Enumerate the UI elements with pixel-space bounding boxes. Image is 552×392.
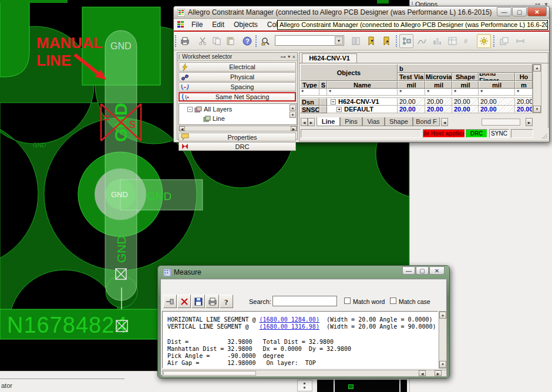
find-icon[interactable]	[258, 34, 272, 48]
link-icon[interactable]	[513, 34, 527, 48]
close-button[interactable]: ✕	[527, 7, 547, 16]
ws-item-spacing[interactable]: Spacing	[179, 82, 296, 92]
cascade-icon[interactable]	[497, 34, 511, 48]
col-header-test-via[interactable]: Test Via	[398, 73, 425, 81]
row-name-cell[interactable]: + DEFAULT	[327, 106, 398, 113]
paste-icon[interactable]	[224, 34, 238, 48]
toolbar-grip[interactable]	[493, 35, 495, 47]
help-icon[interactable]: ?	[240, 34, 254, 48]
tree-expand-icon[interactable]: −	[187, 107, 193, 112]
panel-grip[interactable]	[179, 55, 180, 59]
audit-icon[interactable]	[430, 34, 444, 48]
chevron-down-icon[interactable]: ▼	[287, 55, 291, 59]
scroll-up-icon[interactable]: ▲	[533, 65, 541, 72]
coordinate-link[interactable]: (1680.00 1316.98)	[260, 323, 319, 330]
highlight-icon[interactable]	[477, 34, 491, 48]
col-header-s[interactable]: S	[319, 81, 327, 89]
menu-file[interactable]: File	[187, 19, 207, 30]
toolbar-grip[interactable]	[396, 35, 398, 47]
tree-scroll-down-icon[interactable]: ▼	[290, 111, 296, 118]
worksheet-selector-header[interactable]: Worksheet selector ⊶ ▼ ×	[177, 53, 297, 61]
tab-line[interactable]: Line	[317, 117, 340, 126]
scroll-down-icon[interactable]: ▼	[533, 106, 541, 113]
tabs-scroll-left2-icon[interactable]: ◀	[441, 118, 448, 126]
col-header-type[interactable]: Type	[300, 81, 319, 89]
column-filter-icon[interactable]	[349, 34, 363, 48]
delete-icon[interactable]	[177, 295, 191, 308]
scroll-down-icon[interactable]: ▼	[439, 361, 446, 368]
row-name-cell[interactable]: − H624-CNV-V1	[327, 98, 398, 106]
tree-node-all-layers[interactable]: − All Layers	[187, 106, 232, 113]
filter-cell[interactable]: *	[327, 89, 398, 96]
tab-vias[interactable]: Vias	[362, 117, 385, 126]
value-cell[interactable]: 20.00	[515, 98, 533, 106]
print-icon[interactable]	[178, 34, 192, 48]
measure-hscrollbar[interactable]: ◀ ▶	[162, 370, 447, 377]
combo-dropdown-icon[interactable]: ▼	[335, 36, 343, 45]
match-case-checkbox[interactable]	[390, 298, 396, 304]
cut-icon[interactable]	[196, 34, 210, 48]
filter-cell[interactable]: *	[452, 89, 479, 96]
bookmark-next-icon[interactable]: ▼	[364, 34, 378, 48]
filter-cell[interactable]	[319, 89, 327, 96]
value-cell[interactable]: 20.00	[425, 106, 452, 113]
col-header-shape[interactable]: Shape	[452, 73, 479, 81]
expand-icon[interactable]: +	[336, 107, 342, 112]
scroll-right-icon[interactable]: ▶	[291, 126, 297, 131]
measure-titlebar[interactable]: Measure — ▢ ✕	[158, 266, 449, 279]
tree-hscrollbar[interactable]: ◀ ▶	[179, 126, 297, 131]
coordinate-link[interactable]: (1680.00 1284.00)	[260, 316, 319, 323]
value-cell[interactable]: 20.00	[452, 106, 479, 113]
filter-cell[interactable]: *	[479, 89, 515, 96]
ws-item-physical[interactable]: Physical	[179, 72, 296, 82]
value-cell[interactable]: 20.00	[425, 98, 452, 106]
number-icon[interactable]: #	[460, 34, 474, 48]
search-input[interactable]	[272, 296, 337, 306]
resize-grip[interactable]	[541, 133, 548, 140]
measure-close-button[interactable]: ✕	[429, 266, 445, 275]
menu-objects[interactable]: Objects	[229, 19, 262, 30]
value-cell[interactable]: 20.00	[479, 106, 515, 113]
toolbar-grip[interactable]	[255, 35, 257, 47]
filter-cell[interactable]: *	[515, 89, 533, 96]
ws-item-same-net-spacing[interactable]: Same Net Spacing	[179, 92, 296, 102]
col-header-hole[interactable]: Ho	[515, 73, 533, 81]
tabs-hscroll-thumb[interactable]	[482, 119, 520, 126]
col-header-name[interactable]: Name	[327, 81, 398, 89]
print-tool-icon[interactable]	[206, 295, 219, 308]
scroll-left-icon[interactable]: ◀	[419, 370, 426, 376]
sheet-tab-active[interactable]: H624-CNV-V1	[302, 53, 357, 63]
copy-icon[interactable]	[210, 34, 224, 48]
filter-cell[interactable]: *	[300, 89, 319, 96]
hierarchy-icon[interactable]	[399, 34, 413, 48]
toolbar-grip[interactable]	[175, 35, 177, 47]
save-icon[interactable]	[191, 295, 205, 308]
pin-icon[interactable]: ⊶	[281, 54, 286, 60]
row-type-cell[interactable]: SNSC	[300, 106, 319, 113]
tab-shape[interactable]: Shape	[385, 117, 413, 126]
maximize-button[interactable]: ▢	[512, 7, 527, 16]
help-tool-icon[interactable]: ?	[220, 295, 233, 308]
tree-node-line[interactable]: Line	[201, 115, 225, 122]
measure-minimize-button[interactable]: —	[402, 266, 415, 275]
menu-edit[interactable]: Edit	[207, 19, 229, 30]
measure-report[interactable]: HORIZONTAL LINE SEGMENT @ (1680.00 1284.…	[162, 311, 438, 369]
measure-restore-button[interactable]: ▢	[416, 266, 429, 275]
tab-bond-finger[interactable]: Bond F	[413, 117, 440, 126]
col-header-microvia[interactable]: Microvia	[425, 73, 452, 81]
row-s-cell[interactable]	[319, 98, 327, 106]
pin-tool-icon[interactable]	[163, 295, 177, 308]
measure-vscrollbar[interactable]: ▲ ▼	[439, 311, 447, 369]
value-cell[interactable]: 20.00	[398, 98, 425, 106]
scroll-fragment[interactable]	[297, 380, 312, 391]
spreadsheet-icon[interactable]	[445, 34, 459, 48]
col-header-bond-finger[interactable]: Bond Finger	[479, 73, 515, 81]
tree-scroll-up-icon[interactable]: ▲	[290, 104, 296, 111]
close-icon[interactable]: ×	[292, 54, 295, 60]
col-header-group[interactable]: b	[398, 64, 533, 73]
table-vscrollbar[interactable]: ▲ ▼	[533, 64, 541, 113]
minimize-button[interactable]: —	[497, 7, 511, 16]
scroll-up-icon[interactable]: ▲	[439, 312, 446, 319]
ws-item-drc[interactable]: DRC	[179, 142, 296, 151]
cm-titlebar[interactable]: Allegro Constraint Manager (connected to…	[174, 6, 549, 19]
